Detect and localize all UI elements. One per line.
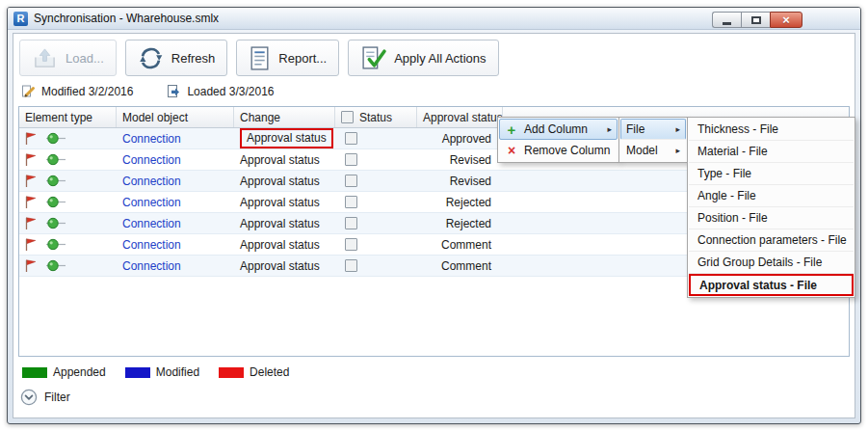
legend-modified-label: Modified xyxy=(156,365,199,379)
header-approval-status[interactable]: Approval status xyxy=(417,107,503,127)
appended-swatch xyxy=(22,367,47,378)
load-icon xyxy=(32,46,58,70)
change-cell: Approval status xyxy=(234,149,335,170)
modified-date: Modified 3/2/2016 xyxy=(41,85,133,98)
filter-bar: Filter xyxy=(18,382,850,413)
model-object-link[interactable]: Connection xyxy=(122,153,181,167)
menu-item-remove-column[interactable]: × Remove Column xyxy=(499,140,618,161)
header-change[interactable]: Change xyxy=(234,107,335,127)
flag-icon xyxy=(24,131,37,146)
menu-item-add-column[interactable]: + Add Column ▸ xyxy=(499,119,618,140)
flag-icon xyxy=(24,258,37,273)
status-checkbox[interactable] xyxy=(345,196,357,208)
modified-swatch xyxy=(125,367,150,378)
approval-cell: Rejected xyxy=(417,213,503,233)
apply-check-icon xyxy=(360,45,386,71)
menu-item-file[interactable]: File ▸ xyxy=(620,119,686,140)
change-cell: Approval status xyxy=(234,256,335,276)
model-object-link[interactable]: Connection xyxy=(122,175,181,188)
submenu-arrow-icon: ▸ xyxy=(607,124,612,134)
columns-submenu: Thickness - File Material - File Type - … xyxy=(687,117,855,298)
legend-item-deleted: Deleted xyxy=(219,365,289,379)
change-cell-annotated: Approval status xyxy=(240,128,333,148)
titlebar[interactable]: R Synchronisation - Wharehouse.smlx × xyxy=(8,8,860,30)
status-checkbox[interactable] xyxy=(345,175,357,187)
menu-item-connection-parameters-file[interactable]: Connection parameters - File xyxy=(689,229,854,252)
legend-item-modified: Modified xyxy=(125,365,199,379)
model-label: Model xyxy=(626,144,658,157)
refresh-icon xyxy=(138,45,164,71)
connection-icon xyxy=(45,217,66,229)
context-menu: + Add Column ▸ × Remove Column xyxy=(497,117,619,163)
filter-expander-icon[interactable] xyxy=(20,389,38,406)
connection-icon xyxy=(45,153,66,166)
status-checkbox[interactable] xyxy=(345,259,357,272)
window-title: Synchronisation - Wharehouse.smlx xyxy=(34,12,219,25)
connection-icon xyxy=(45,132,66,145)
modified-info: Modified 3/2/2016 xyxy=(21,84,133,98)
modified-pencil-icon xyxy=(21,84,36,98)
refresh-button[interactable]: Refresh xyxy=(125,40,228,76)
menu-item-thickness-file[interactable]: Thickness - File xyxy=(689,119,854,141)
header-element-type[interactable]: Element type xyxy=(19,107,117,127)
model-object-link[interactable]: Connection xyxy=(122,132,181,146)
add-column-plus-icon: + xyxy=(505,121,518,138)
menu-item-position-file[interactable]: Position - File xyxy=(689,207,854,229)
maximize-button[interactable] xyxy=(741,12,770,28)
header-status[interactable]: Status xyxy=(335,107,417,127)
change-cell: Approval status xyxy=(234,192,335,212)
legend-deleted-label: Deleted xyxy=(250,365,289,379)
maximize-icon xyxy=(751,16,761,24)
file-label: File xyxy=(626,122,644,136)
model-object-link[interactable]: Connection xyxy=(122,259,181,273)
model-object-link[interactable]: Connection xyxy=(122,217,181,230)
approval-cell: Revised xyxy=(417,149,503,170)
flag-icon xyxy=(24,174,37,188)
app-logo-icon: R xyxy=(13,12,28,26)
header-status-label: Status xyxy=(359,111,392,124)
menu-item-type-file[interactable]: Type - File xyxy=(689,163,854,185)
approval-cell: Rejected xyxy=(417,192,503,212)
model-object-link[interactable]: Connection xyxy=(122,196,181,209)
status-checkbox[interactable] xyxy=(345,153,357,166)
status-select-all-checkbox[interactable] xyxy=(341,111,354,123)
menu-item-grid-group-details-file[interactable]: Grid Group Details - File xyxy=(689,252,854,274)
load-button[interactable]: Load... xyxy=(19,40,117,76)
approval-cell: Comment xyxy=(417,234,503,255)
source-submenu: File ▸ Model ▸ xyxy=(618,117,688,163)
apply-all-actions-button[interactable]: Apply All Actions xyxy=(348,40,498,76)
status-checkbox[interactable] xyxy=(345,217,357,229)
apply-all-actions-label: Apply All Actions xyxy=(394,51,486,66)
connection-icon xyxy=(45,238,66,251)
change-cell: Approval status xyxy=(234,213,335,233)
connection-icon xyxy=(45,259,66,272)
toolbar: Load... Refresh Repor xyxy=(18,38,850,83)
change-cell: Approval status xyxy=(234,234,335,255)
menu-item-model[interactable]: Model ▸ xyxy=(620,140,686,161)
menu-item-angle-file[interactable]: Angle - File xyxy=(689,185,854,207)
minimize-icon xyxy=(723,22,731,25)
flag-icon xyxy=(24,152,37,167)
status-checkbox[interactable] xyxy=(345,238,357,251)
report-button[interactable]: Report... xyxy=(236,40,339,76)
flag-icon xyxy=(24,195,37,209)
window-controls: × xyxy=(712,12,802,28)
submenu-arrow-icon: ▸ xyxy=(675,146,680,155)
load-button-label: Load... xyxy=(66,51,104,66)
header-model-object[interactable]: Model object xyxy=(117,107,234,127)
menu-item-material-file[interactable]: Material - File xyxy=(689,141,854,163)
menu-item-approval-status-file[interactable]: Approval status - File xyxy=(689,274,854,296)
loaded-file-icon xyxy=(166,84,181,98)
flag-icon xyxy=(24,216,37,230)
model-object-link[interactable]: Connection xyxy=(122,238,181,252)
approval-cell: Revised xyxy=(417,171,503,191)
remove-column-label: Remove Column xyxy=(524,144,610,157)
report-button-label: Report... xyxy=(278,51,327,66)
minimize-button[interactable] xyxy=(712,12,741,28)
close-button[interactable]: × xyxy=(770,12,802,28)
change-cell: Approval status xyxy=(234,171,335,191)
status-checkbox[interactable] xyxy=(345,132,357,145)
filter-label[interactable]: Filter xyxy=(44,391,70,404)
approval-cell: Comment xyxy=(417,256,503,276)
deleted-swatch xyxy=(219,367,244,378)
